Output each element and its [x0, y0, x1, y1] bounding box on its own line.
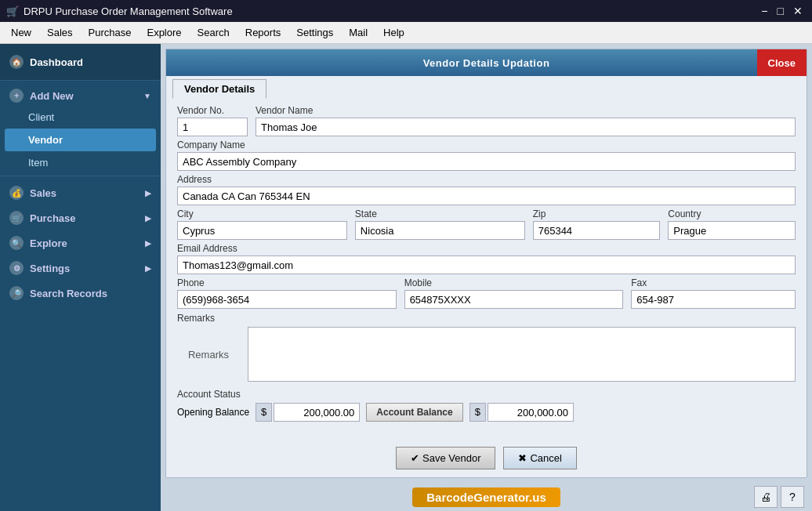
email-input[interactable] — [177, 256, 796, 274]
title-bar-left: 🛒 DRPU Purchase Order Management Softwar… — [6, 5, 233, 17]
menu-help[interactable]: Help — [375, 24, 412, 42]
mobile-input[interactable] — [404, 290, 624, 309]
purchase-label: Purchase — [30, 212, 76, 224]
fax-input[interactable] — [631, 290, 796, 309]
tab-bar: Vendor Details — [166, 76, 807, 99]
company-name-input[interactable] — [177, 152, 796, 171]
email-row: Email Address — [177, 243, 796, 274]
cancel-label: Cancel — [530, 452, 561, 464]
country-label: Country — [668, 208, 796, 219]
opening-balance-label: Opening Balance — [177, 407, 249, 418]
zip-label: Zip — [533, 208, 661, 219]
sidebar-item-add-new[interactable]: ＋ Add New ▼ — [0, 81, 161, 106]
vendor-panel-header: Vendor Details Updation Close — [166, 49, 807, 76]
menu-bar: New Sales Purchase Explore Search Report… — [0, 22, 812, 44]
phone-input[interactable] — [177, 290, 397, 309]
remarks-textarea[interactable] — [248, 327, 796, 382]
company-name-group: Company Name — [177, 140, 796, 171]
vendor-no-name-row: Vendor No. Vendor Name — [177, 105, 796, 136]
purchase-icon: 🛒 — [9, 211, 24, 225]
help-button[interactable]: ? — [781, 486, 804, 508]
cancel-x-icon: ✖ — [518, 452, 527, 464]
country-input[interactable] — [668, 221, 796, 240]
sales-arrow: ▶ — [145, 189, 151, 198]
account-status-row: Opening Balance $ Account Balance $ — [177, 403, 796, 422]
buttons-row: ✔ Save Vendor ✖ Cancel — [166, 439, 807, 477]
sidebar-item-settings[interactable]: ⚙ Settings ▶ — [0, 253, 161, 278]
menu-explore[interactable]: Explore — [139, 24, 189, 42]
form-body: Vendor No. Vendor Name Company Name — [166, 99, 807, 439]
minimize-button[interactable]: − — [758, 5, 770, 17]
state-input[interactable] — [355, 221, 525, 240]
sidebar-item-item[interactable]: Item — [0, 151, 161, 174]
remarks-section: Remarks Remarks — [177, 312, 796, 382]
client-label: Client — [28, 111, 54, 123]
sidebar-item-search-records[interactable]: 🔎 Search Records — [0, 278, 161, 303]
print-button[interactable]: 🖨 — [754, 486, 778, 508]
country-group: Country — [668, 208, 796, 240]
sidebar-item-vendor[interactable]: Vendor — [5, 129, 156, 151]
address-label: Address — [177, 174, 796, 185]
sales-icon: 💰 — [9, 186, 24, 200]
city-input[interactable] — [177, 221, 347, 240]
app-icon: 🛒 — [6, 5, 19, 17]
dashboard-icon: 🏠 — [9, 55, 24, 69]
city-label: City — [177, 208, 347, 219]
tab-vendor-details[interactable]: Vendor Details — [172, 79, 266, 99]
menu-purchase[interactable]: Purchase — [81, 24, 140, 42]
address-input[interactable] — [177, 187, 796, 205]
vendor-panel: Vendor Details Updation Close Vendor Det… — [165, 49, 807, 478]
main-layout: 🏠 Dashboard ＋ Add New ▼ Client Vendor It… — [0, 44, 812, 511]
vendor-no-input[interactable] — [177, 118, 248, 136]
opening-dollar-sign: $ — [256, 403, 272, 422]
account-balance-group: $ — [469, 403, 574, 422]
title-bar: 🛒 DRPU Purchase Order Management Softwar… — [0, 0, 812, 22]
menu-settings[interactable]: Settings — [288, 24, 341, 42]
settings-label: Settings — [30, 263, 70, 274]
menu-new[interactable]: New — [3, 24, 39, 42]
vendor-panel-title: Vendor Details Updation — [423, 57, 550, 69]
sidebar-item-explore[interactable]: 🔍 Explore ▶ — [0, 228, 161, 253]
remarks-field-label: Remarks — [177, 327, 240, 382]
phone-row: Phone Mobile Fax — [177, 277, 796, 309]
sidebar-item-client[interactable]: Client — [0, 106, 161, 129]
add-new-label: Add New — [30, 90, 74, 102]
state-group: State — [355, 208, 525, 240]
settings-icon: ⚙ — [9, 261, 24, 275]
vendor-name-input[interactable] — [256, 118, 796, 136]
city-group: City — [177, 208, 347, 240]
purchase-arrow: ▶ — [145, 214, 151, 223]
search-records-icon: 🔎 — [9, 286, 24, 300]
save-vendor-button[interactable]: ✔ Save Vendor — [396, 447, 495, 469]
zip-input[interactable] — [533, 221, 661, 240]
save-vendor-label: Save Vendor — [422, 452, 480, 464]
vendor-name-group: Vendor Name — [256, 105, 796, 136]
menu-reports[interactable]: Reports — [237, 24, 289, 42]
close-panel-button[interactable]: Close — [757, 49, 807, 76]
opening-balance-input[interactable] — [274, 403, 360, 422]
company-name-row: Company Name — [177, 140, 796, 171]
address-row: Address — [177, 174, 796, 205]
maximize-button[interactable]: □ — [774, 5, 787, 17]
footer: BarcodeGenerator.us 🖨 ? — [161, 483, 812, 511]
save-checkmark-icon: ✔ — [411, 452, 419, 464]
opening-balance-group: $ — [256, 403, 360, 422]
sidebar-item-sales[interactable]: 💰 Sales ▶ — [0, 178, 161, 203]
mobile-group: Mobile — [404, 277, 624, 309]
sidebar-item-purchase[interactable]: 🛒 Purchase ▶ — [0, 203, 161, 228]
account-balance-button[interactable]: Account Balance — [366, 403, 462, 422]
menu-search[interactable]: Search — [190, 24, 237, 42]
explore-label: Explore — [30, 237, 67, 249]
account-balance-input[interactable] — [488, 403, 574, 422]
cancel-button[interactable]: ✖ Cancel — [503, 447, 576, 469]
sidebar-dashboard[interactable]: 🏠 Dashboard — [0, 44, 161, 81]
email-group: Email Address — [177, 243, 796, 274]
vendor-no-label: Vendor No. — [177, 105, 248, 116]
app-title: DRPU Purchase Order Management Software — [24, 5, 233, 17]
remarks-section-label: Remarks — [177, 313, 215, 324]
menu-mail[interactable]: Mail — [341, 24, 375, 42]
content-area: Vendor Details Updation Close Vendor Det… — [161, 44, 812, 511]
close-window-button[interactable]: ✕ — [790, 5, 806, 17]
menu-sales[interactable]: Sales — [39, 24, 81, 42]
vendor-no-group: Vendor No. — [177, 105, 248, 136]
